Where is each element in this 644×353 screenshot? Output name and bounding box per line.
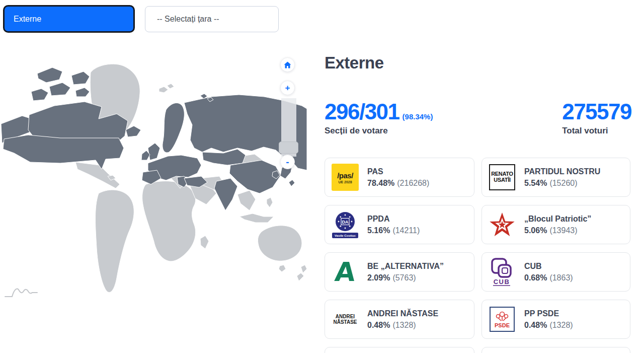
party-percent: 0.48%	[367, 321, 390, 329]
country-mexico	[75, 162, 120, 188]
ppda-logo-da: DA	[342, 220, 349, 225]
psde-logo: PSDE	[488, 305, 516, 333]
country-arctic-islands	[31, 67, 90, 101]
minus-icon: -	[286, 157, 289, 168]
home-icon	[284, 61, 291, 68]
country-india	[214, 178, 237, 210]
alternativa-logo: A	[331, 258, 359, 286]
renato-logo-line2: USATÎI	[494, 177, 510, 183]
plus-icon: +	[285, 83, 290, 93]
map-home-button[interactable]	[280, 57, 295, 72]
country-philippines	[267, 197, 273, 207]
party-name: PP PSDE	[524, 309, 573, 319]
cub-logo-text: CUB	[494, 278, 510, 286]
party-votes: (13943)	[549, 226, 577, 235]
party-percent: 0.48%	[524, 321, 547, 329]
party-card-psde: PSDE PP PSDE 0.48%(1328)	[481, 300, 630, 339]
party-votes: (15260)	[549, 179, 577, 187]
nastase-logo-line1: ANDREI	[336, 314, 355, 320]
map-zoom-out-button[interactable]: -	[280, 155, 295, 169]
party-percent: 5.54%	[524, 179, 547, 187]
country-select[interactable]: -- Selectați țara --	[145, 6, 279, 32]
party-name: BE „ALTERNATIVA”	[367, 261, 444, 272]
pas-logo: /pas/ UE 2028	[331, 163, 359, 191]
ppda-logo-banner: Vasile Costiuc	[335, 234, 356, 237]
party-card-andrei-nastase: ANDREI NĂSTASE ANDREI NĂSTASE 0.48%(1328…	[325, 300, 474, 339]
psde-roses-icon	[494, 311, 511, 322]
country-scandinavia	[163, 103, 184, 153]
pas-logo-text: /pas/	[337, 171, 353, 180]
andrei-nastase-logo: ANDREI NĂSTASE	[331, 305, 359, 333]
party-votes: (1863)	[549, 273, 573, 282]
party-card-partidul-nostru: RENATO USATÎI PARTIDUL NOSTRU 5.54%(1526…	[481, 158, 630, 197]
summary-stats: 296/301(98.34%) Secții de votare 275579 …	[325, 100, 631, 136]
party-percent: 2.09%	[367, 273, 390, 282]
polling-stations-value: 296/301	[325, 99, 399, 124]
country-africa	[142, 181, 196, 261]
party-votes: (216268)	[397, 179, 429, 187]
amcharts-logo	[4, 285, 39, 299]
cub-logo: CUB	[488, 258, 516, 286]
party-percent: 78.48%	[367, 179, 394, 187]
country-uk	[148, 143, 160, 160]
party-card-blocul-patriotic: „Blocul Patriotic” 5.06%(13943)	[481, 205, 630, 244]
psde-logo-text: PSDE	[495, 322, 510, 328]
country-se-asia	[237, 190, 256, 210]
total-votes-value: 275579	[562, 99, 631, 124]
blocul-patriotic-star-logo	[488, 210, 516, 239]
country-south-america	[96, 190, 134, 292]
polling-stations-percent: (98.34%)	[403, 112, 433, 121]
party-percent: 5.16%	[367, 226, 390, 235]
party-percent: 0.68%	[524, 273, 547, 282]
externe-region-button[interactable]: Externe	[3, 5, 135, 33]
party-name: PPDA	[367, 214, 420, 225]
party-card-partial	[481, 347, 630, 353]
polling-stations-stat: 296/301(98.34%) Secții de votare	[325, 100, 433, 136]
party-name: „Blocul Patriotic”	[524, 214, 591, 225]
map-zoom-slider-handle[interactable]	[279, 142, 298, 154]
total-votes-stat: 275579 Total voturi	[562, 100, 631, 136]
party-percent: 5.06%	[524, 226, 547, 235]
party-votes: (1328)	[549, 321, 573, 329]
party-name: ANDREI NĂSTASE	[367, 309, 438, 319]
country-usa	[3, 135, 124, 169]
map-zoom-in-button[interactable]: +	[280, 81, 295, 95]
party-name: CUB	[524, 261, 573, 272]
ppda-logo: DA Vasile Costiuc	[331, 210, 359, 239]
alternativa-logo-letter: A	[334, 259, 357, 285]
partidul-nostru-logo: RENATO USATÎI	[488, 163, 516, 191]
page-title: Externe	[325, 53, 384, 73]
party-name: PARTIDUL NOSTRU	[524, 167, 600, 177]
party-results-list: /pas/ UE 2028 PAS 78.48%(216268) RENATO …	[325, 158, 631, 353]
party-votes: (14211)	[392, 226, 420, 235]
country-indonesia	[239, 214, 274, 223]
party-card-pas: /pas/ UE 2028 PAS 78.48%(216268)	[325, 158, 474, 197]
country-australia	[258, 226, 302, 261]
nastase-logo-line2: NĂSTASE	[333, 319, 357, 325]
country-svalbard	[159, 84, 174, 93]
country-tasmania	[279, 265, 286, 272]
party-card-alternativa: A BE „ALTERNATIVA” 2.09%(5763)	[325, 252, 474, 292]
party-card-ppda: DA Vasile Costiuc PPDA 5.16%(14211)	[325, 205, 474, 244]
party-votes: (5763)	[392, 273, 416, 282]
country-madagascar	[200, 236, 209, 249]
party-votes: (1328)	[392, 321, 416, 329]
party-name: PAS	[367, 167, 429, 177]
world-map[interactable]	[0, 50, 308, 300]
pas-logo-subtext: UE 2028	[338, 180, 352, 184]
total-votes-label: Total voturi	[562, 126, 631, 136]
polling-stations-label: Secții de votare	[325, 126, 433, 136]
party-card-cub: CUB CUB 0.68%(1863)	[481, 252, 630, 292]
party-card-partial	[325, 347, 474, 353]
country-new-zealand	[297, 265, 307, 281]
